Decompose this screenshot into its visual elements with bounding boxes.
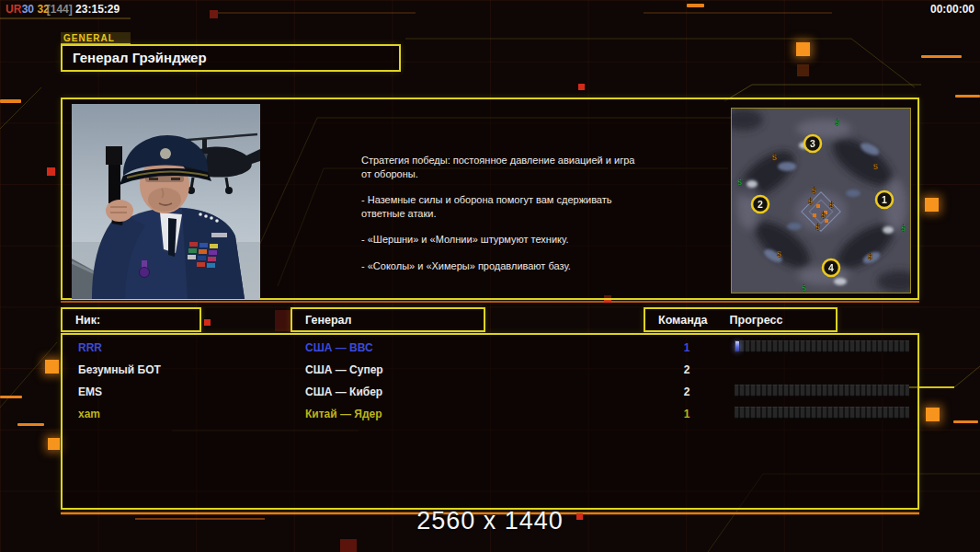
player-general: Китай — Ядер <box>305 408 382 420</box>
fps-value: 30 <box>22 3 34 16</box>
svg-text:$: $ <box>901 224 906 233</box>
player-nick: RRR <box>78 341 102 354</box>
decor-dash-orange <box>953 420 978 423</box>
decor-dash-orange <box>921 55 962 58</box>
decor-square-darkred <box>210 10 218 18</box>
briefing-paragraph: - «Соколы» и «Химеры» продавливают базу. <box>361 259 643 273</box>
svg-text:$: $ <box>808 197 813 206</box>
decor-dash-orange <box>955 95 980 98</box>
briefing-paragraph: - «Шершни» и «Молнии» штурмуют технику. <box>361 233 643 247</box>
player-nick: Безумный БОТ <box>78 363 161 376</box>
briefing-paragraph: - Наземные силы и оборона помогут вам сд… <box>361 193 643 220</box>
svg-text:$: $ <box>873 162 878 171</box>
fps-cap: [144] <box>47 3 73 16</box>
general-name: Генерал Грэйнджер <box>63 46 399 70</box>
svg-text:$: $ <box>772 153 777 162</box>
decor-square-orange-faded <box>797 64 809 76</box>
loading-screen: UR 30 32[144] 23:15:29 00:00:00 GENERAL … <box>0 0 980 552</box>
fps-counter: UR 30 32[144] 23:15:29 <box>6 3 120 16</box>
decor-dash-orange <box>687 4 704 7</box>
header-progress-label: Прогресс <box>730 314 783 327</box>
player-progress-bar <box>735 385 909 397</box>
decor-square-red <box>578 84 585 90</box>
decor-square-darkred <box>340 539 357 552</box>
player-general: США — Кибер <box>305 385 382 398</box>
decor-dash-orange <box>0 99 21 103</box>
strategy-briefing: Стратегия победы: постоянное давление ав… <box>361 154 643 285</box>
player-team: 2 <box>673 363 701 376</box>
decor-dash-orange <box>0 396 22 398</box>
decor-square-red <box>204 319 211 326</box>
player-row: RRR США — ВВС 1 <box>63 338 917 360</box>
player-team: 2 <box>673 385 701 398</box>
briefing-paragraph: Стратегия победы: постоянное давление ав… <box>361 154 643 180</box>
player-nick: EMS <box>78 385 102 398</box>
start-position-2: 2 <box>758 199 763 210</box>
decor-square-orange <box>48 438 60 450</box>
header-general-label: Генерал <box>292 314 351 327</box>
decor-square-darkred <box>275 310 291 331</box>
decor-square-orange <box>926 408 940 421</box>
fps-label: UR <box>6 3 21 16</box>
system-clock: 23:15:29 <box>75 3 120 16</box>
decor-square-orange <box>45 360 59 374</box>
player-progress-bar <box>735 340 909 352</box>
player-table: RRR США — ВВС 1 Безумный БОТ США — Супер… <box>61 333 919 510</box>
svg-text:$: $ <box>829 201 834 210</box>
svg-text:$: $ <box>821 211 826 220</box>
svg-text:$: $ <box>802 283 806 293</box>
player-row: xam Китай — Ядер 1 <box>63 404 917 426</box>
decor-dash-orange <box>17 423 44 426</box>
decor-square-orange <box>796 42 810 56</box>
player-team: 1 <box>673 408 701 420</box>
svg-text:$: $ <box>812 186 816 195</box>
decor-square-orange <box>925 198 939 212</box>
header-team-label: Команда <box>645 314 708 327</box>
svg-text:$: $ <box>835 118 839 127</box>
minimap: $ $ $ $ $ $ $ $ $ $ $ $ $ 1 2 3 4 <box>731 108 911 293</box>
svg-text:$: $ <box>815 223 820 232</box>
player-team: 1 <box>673 341 701 354</box>
player-general: США — Супер <box>305 363 383 376</box>
resolution-label: 2560 x 1440 <box>0 507 980 535</box>
start-position-4: 4 <box>828 262 834 273</box>
svg-text:$: $ <box>777 249 781 259</box>
match-timer: 00:00:00 <box>930 3 974 16</box>
start-position-1: 1 <box>882 194 887 205</box>
player-progress-fill <box>735 341 739 351</box>
player-progress-bar <box>735 407 909 419</box>
start-position-3: 3 <box>810 138 815 149</box>
general-portrait <box>72 104 260 299</box>
svg-text:$: $ <box>868 252 872 261</box>
player-row: EMS США — Кибер 2 <box>63 382 917 404</box>
general-tab: GENERAL <box>61 32 131 44</box>
svg-text:$: $ <box>737 178 742 187</box>
decor-square-red <box>47 167 55 176</box>
player-nick: xam <box>78 408 100 420</box>
header-general: Генерал <box>291 307 485 332</box>
player-general: США — ВВС <box>305 341 373 354</box>
player-row: Безумный БОТ США — Супер 2 <box>63 360 917 382</box>
general-title-box: Генерал Грэйнджер <box>61 44 401 72</box>
header-team-progress: Команда Прогресс <box>644 307 838 332</box>
header-nick-label: Ник: <box>63 314 100 327</box>
header-nick: Ник: <box>61 307 201 332</box>
